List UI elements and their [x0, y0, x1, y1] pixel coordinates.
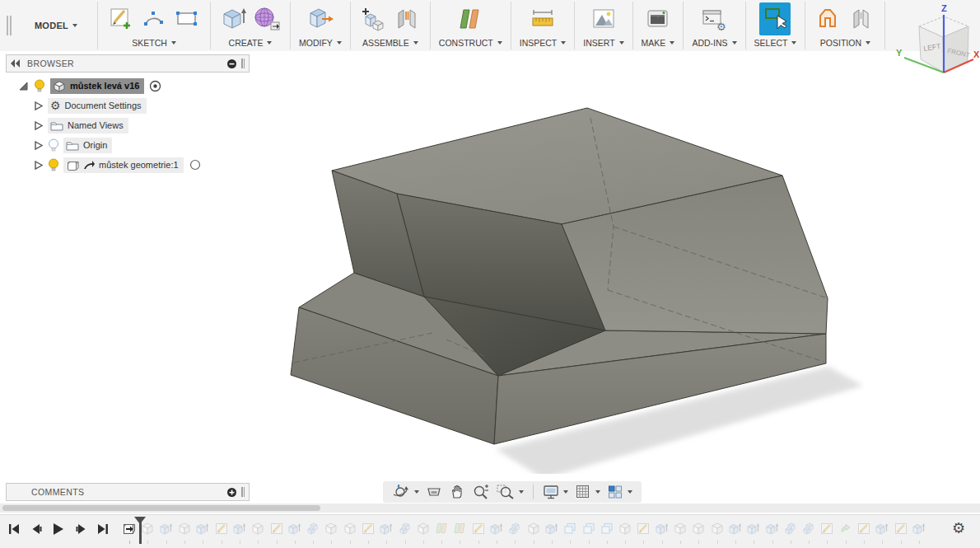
- step-back-button[interactable]: [29, 522, 44, 536]
- tree-row-document-settings[interactable]: ⚙ Document Settings: [6, 96, 250, 115]
- timeline-feature-extrude[interactable]: [744, 518, 763, 544]
- timeline-feature-sketch[interactable]: [469, 518, 488, 544]
- 3d-print-button[interactable]: [643, 2, 673, 35]
- timeline-feature-sketch[interactable]: [855, 518, 873, 544]
- sketch-menu[interactable]: SKETCH: [132, 36, 176, 49]
- timeline-feature-sketch[interactable]: [818, 518, 836, 544]
- timeline-feature-extrude[interactable]: [488, 518, 506, 544]
- collapse-panel-icon[interactable]: [11, 59, 21, 68]
- timeline-feature-extrude[interactable]: [157, 518, 175, 544]
- tree-row-geometry[interactable]: můstek geometrie:1: [6, 155, 250, 175]
- look-at-button[interactable]: [423, 482, 445, 502]
- construct-menu[interactable]: CONSTRUCT: [439, 36, 502, 49]
- tree-root-label-box[interactable]: můstek levá v16: [50, 78, 144, 94]
- joint-button[interactable]: [392, 2, 422, 35]
- timeline-feature-box[interactable]: [322, 518, 340, 544]
- workspace-dropdown[interactable]: MODEL: [15, 0, 97, 51]
- timeline-feature-extrude[interactable]: [873, 518, 891, 544]
- timeline-feature-plane[interactable]: [432, 518, 450, 544]
- inspect-menu[interactable]: INSPECT: [520, 36, 567, 49]
- construction-plane-button[interactable]: [455, 2, 485, 35]
- position-menu[interactable]: POSITION: [820, 36, 870, 49]
- panel-grip[interactable]: [241, 487, 245, 497]
- timeline-feature-combine[interactable]: [304, 518, 322, 544]
- tree-row-root[interactable]: můstek levá v16: [6, 76, 250, 96]
- timeline-scrollbar-thumb[interactable]: [2, 505, 320, 511]
- measure-button[interactable]: [528, 2, 558, 35]
- tree-label-box[interactable]: Origin: [63, 138, 112, 153]
- timeline-feature-box[interactable]: [249, 518, 267, 544]
- insert-image-button[interactable]: [589, 2, 618, 35]
- panel-grip[interactable]: [241, 59, 245, 68]
- new-component-button[interactable]: [359, 2, 389, 35]
- make-menu[interactable]: MAKE: [642, 36, 675, 49]
- timeline-feature-pattern[interactable]: [579, 518, 597, 544]
- select-menu[interactable]: SELECT: [754, 36, 797, 49]
- timeline-feature-box[interactable]: [525, 518, 543, 544]
- bulb-on-icon[interactable]: [34, 79, 45, 93]
- create-sketch-button[interactable]: [106, 2, 136, 35]
- timeline-feature-extrude[interactable]: [726, 518, 744, 544]
- timeline-feature-box[interactable]: [689, 518, 707, 544]
- timeline-feature-extrude[interactable]: [763, 518, 781, 544]
- activate-circle-icon[interactable]: [189, 159, 201, 171]
- go-to-end-button[interactable]: [96, 522, 110, 536]
- timeline-feature-extrude[interactable]: [653, 518, 671, 544]
- rectangle-button[interactable]: [172, 2, 202, 35]
- scripts-addins-button[interactable]: ⚙: [699, 2, 729, 35]
- timeline-feature-box[interactable]: [616, 518, 634, 544]
- collapsed-triangle-icon[interactable]: [34, 160, 43, 171]
- tree-row-named-views[interactable]: Named Views: [6, 115, 250, 135]
- revert-position-button[interactable]: [847, 2, 876, 35]
- orbit-button[interactable]: [390, 482, 422, 502]
- timeline-feature-extrude[interactable]: [377, 518, 395, 544]
- bulb-off-icon[interactable]: [48, 138, 59, 152]
- timeline-feature-extrude[interactable]: [543, 518, 561, 544]
- timeline-feature-pattern[interactable]: [598, 518, 616, 544]
- tree-label-box[interactable]: můstek geometrie:1: [63, 157, 184, 173]
- display-settings-button[interactable]: [540, 482, 571, 502]
- timeline-feature-combine[interactable]: [506, 518, 524, 544]
- comments-header[interactable]: COMMENTS: [6, 483, 250, 501]
- minimize-panel-icon[interactable]: [226, 59, 237, 69]
- timeline-feature-sketch[interactable]: [634, 518, 652, 544]
- timeline-feature-plane[interactable]: [450, 518, 469, 544]
- timeline-feature-combine[interactable]: [782, 518, 800, 544]
- timeline-scrollbar-track[interactable]: [0, 504, 980, 513]
- timeline-feature-box[interactable]: [671, 518, 689, 544]
- timeline-feature-mirror[interactable]: [837, 518, 855, 544]
- collapsed-triangle-icon[interactable]: [34, 120, 43, 131]
- zoom-window-button[interactable]: [494, 482, 526, 502]
- capture-position-button[interactable]: [814, 2, 843, 35]
- go-to-start-button[interactable]: [7, 522, 21, 536]
- timeline-feature-combine[interactable]: [800, 518, 818, 544]
- timeline-feature-box[interactable]: [341, 518, 359, 544]
- zoom-button[interactable]: [469, 482, 492, 502]
- modify-menu[interactable]: MODIFY: [299, 36, 342, 49]
- tree-label-box[interactable]: ⚙ Document Settings: [48, 98, 147, 114]
- addins-menu[interactable]: ADD-INS: [692, 36, 736, 49]
- timeline-feature-sketch[interactable]: [212, 518, 230, 544]
- timeline-settings-gear-icon[interactable]: ⚙: [952, 521, 965, 536]
- tree-row-origin[interactable]: Origin: [6, 135, 250, 155]
- insert-menu[interactable]: INSERT: [583, 36, 623, 49]
- timeline-feature-extrude[interactable]: [910, 518, 928, 544]
- activate-radio-icon[interactable]: [149, 80, 161, 92]
- play-button[interactable]: [51, 522, 66, 536]
- timeline-feature-sketch[interactable]: [891, 518, 909, 544]
- timeline-feature-sketch[interactable]: [359, 518, 377, 544]
- arc-button[interactable]: [139, 2, 169, 35]
- tree-label-box[interactable]: Named Views: [48, 118, 128, 133]
- create-form-button[interactable]: [252, 2, 282, 35]
- timeline-feature-sketch[interactable]: [267, 518, 285, 544]
- browser-header[interactable]: BROWSER: [6, 54, 250, 73]
- collapsed-triangle-icon[interactable]: [34, 101, 43, 111]
- viewports-button[interactable]: [604, 482, 635, 502]
- create-menu[interactable]: CREATE: [229, 36, 273, 49]
- timeline-feature-box[interactable]: [175, 518, 194, 544]
- toolbar-grip[interactable]: [3, 0, 15, 51]
- bulb-on-icon[interactable]: [48, 158, 59, 172]
- timeline-feature-combine[interactable]: [395, 518, 413, 544]
- press-pull-button[interactable]: [306, 2, 335, 35]
- grid-settings-button[interactable]: [572, 482, 603, 502]
